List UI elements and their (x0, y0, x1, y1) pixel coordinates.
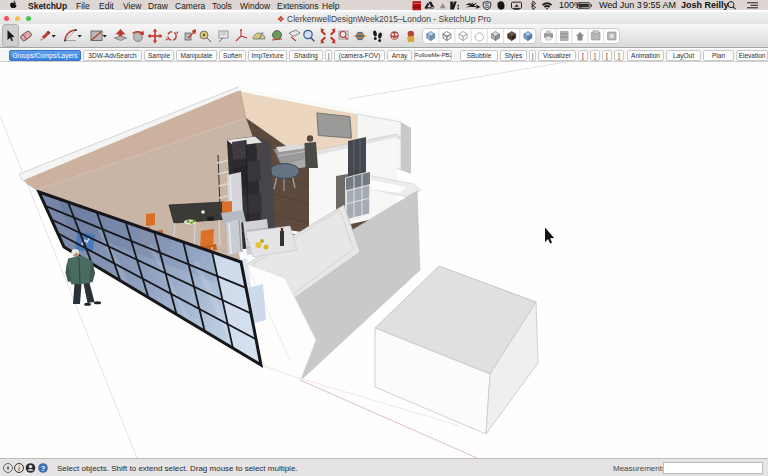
svg-text:Josh Reilly: Josh Reilly (681, 0, 729, 10)
svg-text:S: S (485, 2, 490, 9)
svg-text:9:55 AM: 9:55 AM (643, 0, 676, 10)
svg-text:Wed Jun 3: Wed Jun 3 (599, 0, 642, 10)
svg-text:?: ? (41, 464, 46, 473)
svg-text:i: i (18, 464, 20, 473)
